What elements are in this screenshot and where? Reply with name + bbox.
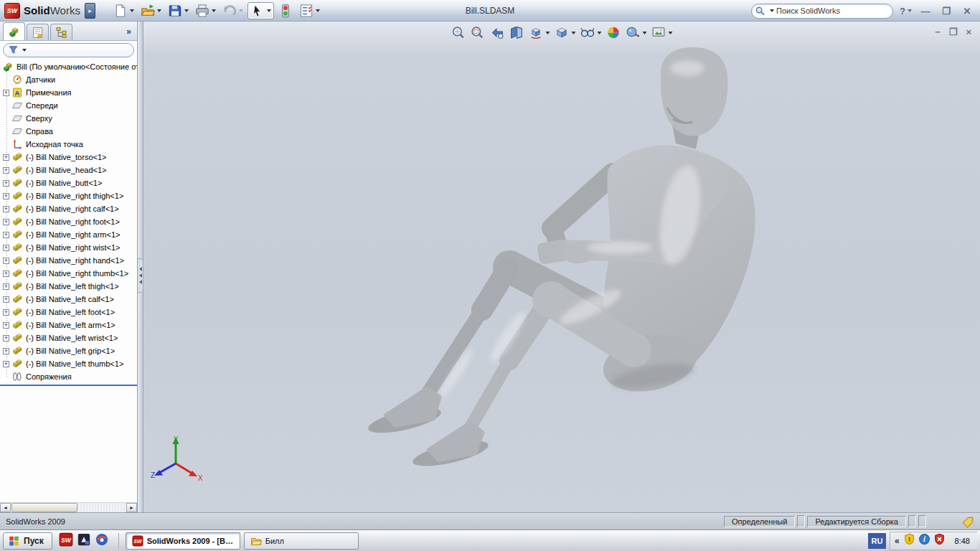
hide-show-items-dropdown-icon[interactable] [598, 32, 602, 34]
expand-icon[interactable]: + [3, 167, 9, 174]
scroll-left-button[interactable]: ◄ [0, 503, 11, 512]
view-hide-show-items-button[interactable] [580, 25, 602, 40]
scroll-right-button[interactable]: ► [126, 503, 137, 512]
view-view-orientation-button[interactable] [529, 25, 550, 40]
tab-configuration-manager[interactable] [50, 24, 72, 40]
tray-collapse-button[interactable]: « [895, 536, 900, 546]
tree-item-root[interactable]: Bill (По умолчанию<Состояние от [0, 60, 137, 73]
tree-item[interactable]: +(-) Bill Native_right foot<1> [0, 215, 137, 228]
tree-item[interactable]: +(-) Bill Native_butt<1> [0, 176, 137, 189]
scroll-thumb[interactable] [11, 503, 77, 512]
select-dropdown-icon[interactable] [267, 9, 271, 12]
tag-icon[interactable] [961, 515, 974, 528]
expand-icon[interactable]: + [3, 322, 9, 329]
tree-item[interactable]: +(-) Bill Native_right thumb<1> [0, 267, 137, 280]
toolbar-print-button[interactable] [193, 2, 218, 19]
start-button[interactable]: Пуск [3, 532, 52, 550]
tabs-overflow-button[interactable]: » [126, 27, 131, 37]
toolbar-new-document-button[interactable] [111, 2, 136, 19]
open-dropdown-icon[interactable] [157, 9, 161, 12]
quicklaunch-graphics-app[interactable] [77, 532, 91, 550]
search-box[interactable]: Поиск SolidWorks [751, 4, 893, 19]
expand-icon[interactable]: + [3, 219, 9, 225]
toolbar-open-button[interactable] [138, 2, 164, 19]
tree-item[interactable]: +(-) Bill Native_left foot<1> [0, 306, 137, 319]
view-section-view-button[interactable] [509, 25, 524, 40]
options-dropdown-icon[interactable] [316, 9, 320, 12]
tree-item[interactable]: +(-) Bill Native_right thigh<1> [0, 189, 137, 202]
panel-collapse-handle[interactable] [138, 258, 143, 293]
task-button-folder[interactable]: Билл [244, 532, 359, 550]
view-zoom-to-fit-button[interactable] [451, 25, 466, 40]
tree-item[interactable]: +(-) Bill Native_right arm<1> [0, 228, 137, 241]
tree-item[interactable]: +(-) Bill Native_head<1> [0, 164, 137, 176]
expand-icon[interactable]: + [3, 232, 9, 238]
close-button[interactable]: ✕ [960, 6, 974, 17]
tray-security-alert[interactable] [933, 533, 946, 548]
tree-item[interactable]: Спереди [0, 99, 137, 112]
filter-dropdown-icon[interactable] [22, 49, 27, 52]
expand-icon[interactable]: + [3, 258, 9, 264]
tree-item[interactable]: +(-) Bill Native_right wist<1> [0, 241, 137, 254]
toolbar-save-button[interactable] [166, 2, 191, 19]
minimize-button[interactable]: — [918, 6, 933, 17]
view-edit-appearance-button[interactable] [606, 25, 621, 40]
apply-scene-dropdown-icon[interactable] [643, 32, 647, 34]
menu-expand-button[interactable]: ▸ [85, 3, 95, 19]
view-settings-dropdown-icon[interactable] [669, 32, 673, 34]
expand-icon[interactable]: + [3, 154, 9, 161]
expand-icon[interactable]: + [3, 283, 9, 290]
view-previous-view-button[interactable] [490, 25, 505, 40]
tree-item[interactable]: Сопряжения [0, 370, 137, 383]
expand-icon[interactable]: + [3, 193, 9, 199]
expand-icon[interactable]: + [3, 245, 9, 251]
expand-icon[interactable]: + [3, 180, 9, 187]
save-dropdown-icon[interactable] [184, 9, 189, 12]
expand-icon[interactable]: + [3, 90, 9, 96]
mannequin-3d-model[interactable] [143, 22, 980, 512]
new-document-dropdown-icon[interactable] [130, 9, 134, 12]
expand-icon[interactable]: + [3, 270, 9, 277]
print-dropdown-icon[interactable] [212, 9, 216, 12]
tree-item[interactable]: +(-) Bill Native_left thumb<1> [0, 357, 137, 370]
expand-icon[interactable]: + [3, 309, 9, 316]
restore-button[interactable]: ❐ [939, 6, 953, 17]
horizontal-scrollbar[interactable]: ◄ ► [0, 502, 137, 512]
toolbar-select-button[interactable] [248, 2, 274, 19]
expand-icon[interactable]: + [3, 296, 9, 303]
task-button-solidworks[interactable]: SWSolidWorks 2009 - [Bil... [126, 532, 240, 550]
tree-item[interactable]: +(-) Bill Native_left calf<1> [0, 293, 137, 306]
expand-icon[interactable]: + [3, 361, 9, 367]
help-button[interactable]: ? [900, 6, 912, 17]
document-restore-button[interactable]: ❐ [949, 27, 958, 37]
quicklaunch-solidworks[interactable]: SW [59, 532, 73, 550]
toolbar-options-button[interactable] [297, 2, 322, 19]
view-zoom-to-area-button[interactable] [471, 25, 486, 40]
tree-item[interactable]: +(-) Bill Native_right hand<1> [0, 254, 137, 267]
language-indicator[interactable]: RU [868, 533, 886, 549]
tree-item[interactable]: Исходная точка [0, 138, 137, 151]
toolbar-undo-button[interactable] [220, 2, 245, 19]
tree-item[interactable]: +(-) Bill Native_left grip<1> [0, 344, 137, 357]
display-style-dropdown-icon[interactable] [572, 32, 576, 34]
filter-box[interactable] [3, 43, 134, 57]
tray-security-warning[interactable]: ! [903, 533, 915, 548]
view-view-settings-button[interactable] [651, 25, 673, 40]
scroll-track[interactable] [77, 503, 126, 512]
view-orientation-dropdown-icon[interactable] [546, 32, 550, 34]
expand-icon[interactable]: + [3, 206, 9, 212]
expand-icon[interactable]: + [3, 335, 9, 342]
document-close-button[interactable]: × [966, 27, 971, 37]
tree-item[interactable]: Справа [0, 125, 137, 138]
quicklaunch-edrawings[interactable] [95, 532, 109, 550]
graphics-viewport[interactable]: − ❐ × Y X Z [143, 22, 980, 512]
tab-property-manager[interactable] [27, 24, 49, 40]
tree-item[interactable]: +(-) Bill Native_right calf<1> [0, 202, 137, 215]
tree-item[interactable]: +(-) Bill Native_left wrist<1> [0, 331, 137, 344]
view-display-style-button[interactable] [555, 25, 576, 40]
tree-item[interactable]: +(-) Bill Native_left thigh<1> [0, 280, 137, 293]
panel-splitter[interactable] [138, 22, 143, 512]
tree-item[interactable]: Датчики [0, 73, 137, 86]
expand-icon[interactable]: + [3, 348, 9, 354]
undo-dropdown-icon[interactable] [239, 9, 243, 12]
